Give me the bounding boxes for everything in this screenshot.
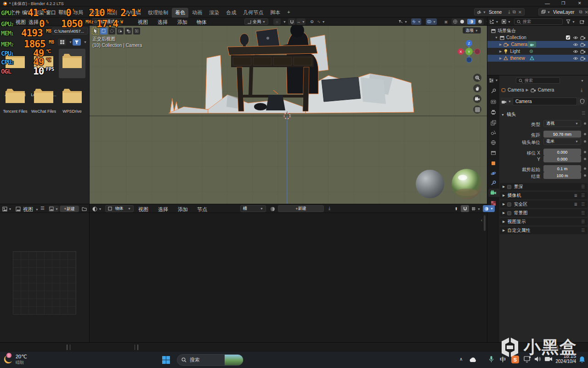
properties-search-input[interactable]: 搜索 (516, 77, 560, 84)
tab-geometry-nodes[interactable]: 几何节点 (240, 8, 266, 17)
outliner-search-input[interactable]: 搜索 (514, 18, 563, 25)
pin-icon[interactable]: ⤓ (581, 87, 582, 93)
render-pass-icon[interactable]: ▼ (483, 205, 495, 212)
camera-view-icon[interactable] (473, 95, 481, 103)
panel-drag-icon[interactable]: ☰ (581, 184, 585, 189)
tab-physics-icon[interactable] (490, 170, 497, 177)
tab-object-icon[interactable] (490, 160, 497, 167)
id-type-icon[interactable]: ▼ (500, 98, 512, 105)
speaker-icon[interactable] (534, 356, 541, 362)
pan-hand-icon[interactable] (473, 84, 481, 92)
lens-unit-dropdown[interactable]: 毫米▼ (543, 138, 581, 145)
pivot-point-icon[interactable]: ◌ (273, 18, 281, 25)
tab-object-data-active[interactable] (488, 189, 499, 197)
animate-dot[interactable] (584, 158, 586, 160)
tray-clock[interactable]: 18:15 2024/10/4 (555, 353, 576, 364)
camera-restrict-icon[interactable] (580, 35, 586, 40)
camera-restrict-icon[interactable] (580, 56, 586, 61)
zoom-icon[interactable] (473, 74, 481, 82)
camera-restrict-icon[interactable] (580, 42, 586, 47)
row-thenew[interactable]: ▶ thenew (487, 55, 588, 62)
shader-menu-add[interactable]: 添加 (178, 206, 188, 213)
animate-dot[interactable] (584, 133, 586, 135)
editor-type-icon[interactable]: ▼ (91, 206, 102, 212)
chevron-down-icon[interactable]: ▼ (283, 20, 286, 23)
scrollbar[interactable] (484, 215, 486, 231)
slot-dropdown[interactable]: 槽▼ (240, 205, 266, 212)
eye-icon[interactable] (573, 42, 578, 47)
chevron-right-icon[interactable]: ▶ (499, 57, 502, 60)
tab-render-icon[interactable] (490, 98, 497, 105)
file-browser-menu-select[interactable]: 选择 (28, 19, 39, 26)
capture-icon[interactable] (544, 356, 553, 362)
chevron-down-icon[interactable]: ▼ (581, 79, 584, 82)
editor-splitter[interactable] (135, 345, 138, 350)
tab-output-icon[interactable] (490, 109, 497, 115)
minimize-button[interactable]: — (545, 0, 550, 6)
measure-tool-icon[interactable] (133, 28, 140, 34)
row-scene-collection[interactable]: 场景集合 (487, 27, 588, 34)
chevron-right-icon[interactable]: ▶ (499, 43, 502, 46)
grid-toggle-icon[interactable] (473, 105, 481, 114)
tab-animation[interactable]: 动画 (189, 8, 205, 17)
tab-texture-paint[interactable]: 纹理绘制 (145, 8, 171, 17)
viewlayer-selector[interactable]: ▼ ViewLayer ⧉ ✕ (538, 8, 588, 16)
lens-panel-header[interactable]: ▼ 镜头 (501, 111, 516, 118)
shader-menu-view[interactable]: 视图 (138, 206, 148, 213)
notification-bell-icon[interactable] (579, 356, 585, 363)
fake-user-shield-icon[interactable] (577, 98, 587, 105)
folder-icon[interactable] (33, 87, 54, 104)
panel-drag-icon[interactable]: ☰ (582, 111, 585, 115)
shading-wireframe-icon[interactable] (453, 19, 458, 24)
folder-icon[interactable] (5, 87, 26, 104)
editor-type-icon[interactable]: ▼ (1, 206, 12, 212)
mesh-data-icon[interactable] (530, 56, 534, 61)
tab-rendering[interactable]: 渲染 (206, 8, 222, 17)
copy-icon[interactable]: ⧉ (513, 9, 516, 15)
chevron-down-icon[interactable]: ▼ (495, 36, 498, 39)
section-safe-areas[interactable]: ▶ 安全区 ≣ ☰ (500, 201, 588, 208)
collapsed-menus-icon[interactable]: ☰ (40, 206, 45, 211)
tab-world-icon[interactable] (490, 139, 497, 146)
tab-constraints-icon[interactable] (490, 180, 497, 186)
shading-solid-icon[interactable] (460, 19, 464, 24)
navigation-gizmo[interactable]: Z X Y (455, 38, 483, 65)
datablock-name-field[interactable]: Camera (513, 98, 577, 105)
folder-icon[interactable] (62, 87, 83, 104)
tab-viewlayer-icon[interactable] (490, 120, 497, 126)
overlay-toggle-icon[interactable]: ▼ (471, 206, 481, 212)
close-button[interactable]: ✕ (578, 1, 582, 6)
microphone-icon[interactable] (489, 356, 494, 363)
tab-collection-icon[interactable] (490, 150, 497, 156)
row-collection[interactable]: ▼ Collection (487, 34, 588, 41)
checkbox-icon[interactable] (507, 202, 511, 207)
chevron-down-icon[interactable]: ▼ (69, 40, 72, 44)
row-light[interactable]: ▶ Light (487, 48, 588, 55)
snap-magnet-icon[interactable] (288, 18, 295, 25)
animate-dot[interactable] (584, 167, 586, 170)
add-workspace-button[interactable]: + (284, 8, 293, 17)
shift-x-slider[interactable]: 0.000 (543, 149, 581, 155)
copy-icon[interactable]: ⧉ (579, 9, 582, 15)
pin-icon[interactable]: ⤓ (508, 9, 510, 15)
panel-drag-icon[interactable]: ☰ (581, 228, 585, 233)
tray-chevron-up-icon[interactable]: ∧ (459, 356, 463, 362)
weather-widget[interactable]: 1 20℃ 晴朗 (3, 354, 27, 366)
clip-start-slider[interactable]: 0.1 m (543, 165, 581, 172)
falloff-icon[interactable]: ∿▼ (317, 18, 326, 25)
panel-drag-icon[interactable]: ☰ (581, 193, 585, 198)
chevron-right-icon[interactable]: ▶ (499, 50, 502, 53)
eye-icon[interactable] (573, 56, 578, 61)
tab-tool-icon[interactable] (490, 88, 497, 94)
shading-rendered-icon[interactable] (478, 19, 482, 24)
snap-icon[interactable] (461, 205, 469, 212)
cloud-icon[interactable] (469, 356, 477, 362)
viewport-3d[interactable]: 物体模式 ▼ 视图 选择 添加 物体 全局 ▼ ◌ ▼ ↔▼ ⊙ ∿▼ ▼ (90, 17, 487, 204)
sidebar-collapse-arrow[interactable]: ‹ (481, 218, 482, 223)
display-mode-icon[interactable] (58, 39, 66, 46)
viewport-menu-add[interactable]: 添加 (177, 19, 187, 26)
eye-icon[interactable] (573, 49, 578, 54)
filter-funnel-icon[interactable]: ▼ (565, 18, 576, 25)
animate-dot[interactable] (584, 151, 586, 153)
clip-end-slider[interactable]: 100 m (543, 172, 581, 179)
